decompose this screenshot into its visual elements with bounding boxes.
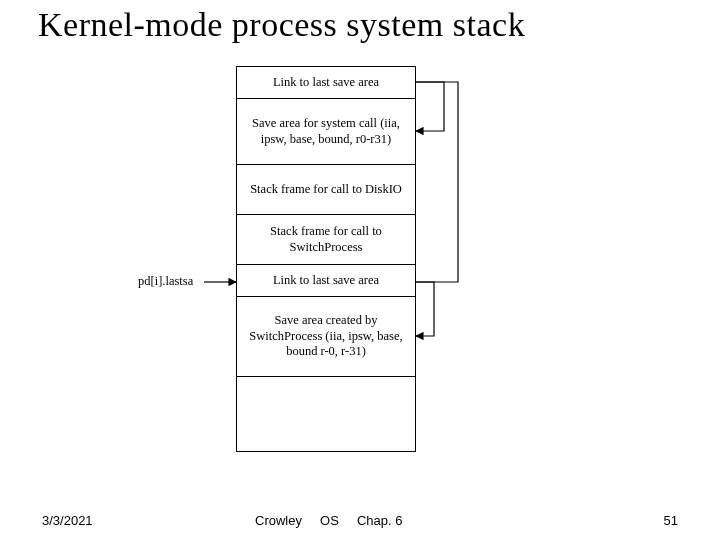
stack-cell-empty [237, 377, 415, 451]
footer-date: 3/3/2021 [42, 513, 93, 528]
footer-chapter: Chap. 6 [357, 513, 403, 528]
footer-center: Crowley OS Chap. 6 [255, 513, 402, 528]
stack-column: Link to last save area Save area for sys… [236, 66, 416, 452]
slide-title: Kernel-mode process system stack [38, 6, 700, 44]
stack-cell-frame-switch: Stack frame for call to SwitchProcess [237, 215, 415, 265]
diagram-stage: Link to last save area Save area for sys… [0, 60, 720, 500]
stack-cell-frame-diskio: Stack frame for call to DiskIO [237, 165, 415, 215]
stack-cell-link-bottom: Link to last save area [237, 265, 415, 297]
stack-cell-link-top: Link to last save area [237, 67, 415, 99]
label-pd-lastsa: pd[i].lastsa [138, 274, 193, 289]
stack-cell-save-switch: Save area created by SwitchProcess (iia,… [237, 297, 415, 377]
footer-course: OS [320, 513, 339, 528]
footer-author: Crowley [255, 513, 302, 528]
footer-page: 51 [664, 513, 678, 528]
stack-cell-save-syscall: Save area for system call (iia, ipsw, ba… [237, 99, 415, 165]
